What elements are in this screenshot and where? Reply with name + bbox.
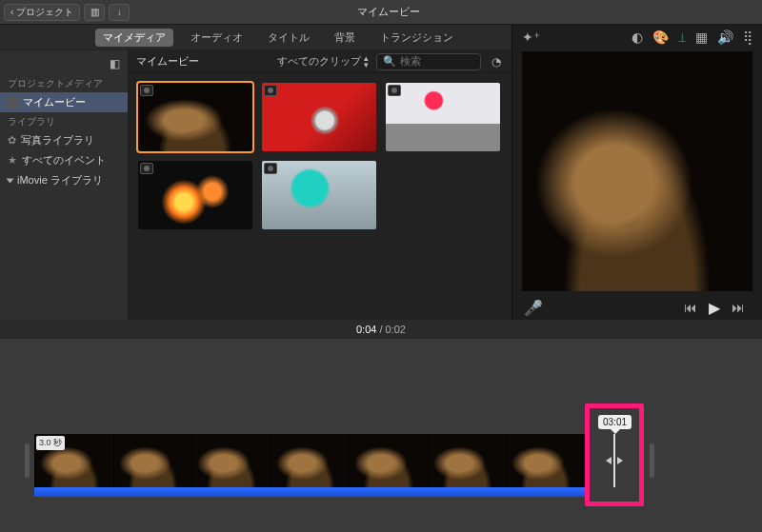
camera-icon bbox=[140, 163, 153, 174]
camera-icon bbox=[264, 85, 277, 96]
timecode-readout: 0:04 / 0:02 bbox=[0, 320, 762, 339]
timeline-left-grip[interactable] bbox=[25, 443, 30, 478]
star-icon: ★ bbox=[8, 154, 17, 167]
sidebar-item-label: iMovie ライブラリ bbox=[17, 173, 103, 187]
trim-tooltip: 03:01 bbox=[598, 415, 632, 429]
sidebar: ◧ プロジェクトメディア マイムービー ライブラリ ✿ 写真ライブラリ ★ すべ… bbox=[0, 50, 129, 320]
clip-trim-handle[interactable] bbox=[613, 434, 615, 487]
timeline[interactable]: 3.0 秒 03:01 bbox=[0, 339, 762, 532]
tab-my-media[interactable]: マイメディア bbox=[95, 29, 173, 47]
sidebar-toggle-icon[interactable]: ◧ bbox=[107, 56, 122, 71]
clip-duration-badge: 3.0 秒 bbox=[36, 436, 65, 450]
prev-button[interactable]: ⏮ bbox=[684, 300, 697, 315]
browser-library-title: マイムービー bbox=[136, 54, 199, 69]
tab-backgrounds[interactable]: 背景 bbox=[327, 29, 363, 47]
timeline-right-grip[interactable] bbox=[650, 443, 654, 478]
media-thumb-fire[interactable] bbox=[138, 161, 252, 229]
search-placeholder: 検索 bbox=[400, 54, 421, 69]
search-icon: 🔍 bbox=[383, 55, 396, 68]
camera-icon bbox=[140, 85, 153, 96]
equalizer-icon[interactable]: ⢿ bbox=[743, 30, 752, 45]
crop-icon[interactable]: ⟂ bbox=[678, 30, 686, 45]
preview-viewer[interactable] bbox=[522, 51, 752, 291]
next-button[interactable]: ⏭ bbox=[732, 300, 745, 315]
sidebar-item-label: マイムービー bbox=[23, 95, 86, 109]
sidebar-item-photos[interactable]: ✿ 写真ライブラリ bbox=[0, 130, 128, 150]
camera-icon bbox=[264, 163, 277, 174]
window-title: マイムービー bbox=[130, 5, 648, 19]
search-input[interactable]: 🔍 検索 bbox=[376, 53, 481, 70]
layout-icon: ▥ bbox=[90, 7, 99, 17]
sidebar-section-project-media: プロジェクトメディア bbox=[0, 74, 128, 92]
clip-filter-dropdown[interactable]: すべてのクリップ ▴▾ bbox=[277, 54, 369, 69]
tab-transitions[interactable]: トランジション bbox=[372, 29, 461, 47]
import-button[interactable]: ↓ bbox=[109, 4, 130, 21]
sidebar-item-imovie-library[interactable]: iMovie ライブラリ bbox=[0, 170, 128, 190]
back-to-projects-button[interactable]: ‹ プロジェクト bbox=[4, 4, 80, 21]
chevron-left-icon: ‹ bbox=[10, 7, 13, 17]
layout-toggle-button[interactable]: ▥ bbox=[84, 4, 105, 21]
enhance-wand-icon[interactable]: ✦⁺ bbox=[522, 30, 540, 45]
color-balance-icon[interactable]: ◐ bbox=[632, 30, 643, 45]
download-icon: ↓ bbox=[117, 7, 122, 17]
tab-audio[interactable]: オーディオ bbox=[183, 29, 251, 47]
back-label: プロジェクト bbox=[16, 6, 73, 19]
sidebar-item-all-events[interactable]: ★ すべてのイベント bbox=[0, 150, 128, 170]
volume-icon[interactable]: 🔊 bbox=[717, 30, 733, 45]
stabilize-icon[interactable]: ▦ bbox=[695, 30, 708, 45]
content-filter-button[interactable]: ◔ bbox=[489, 54, 504, 69]
titlebar: ‹ プロジェクト ▥ ↓ マイムービー bbox=[0, 0, 762, 25]
disclosure-triangle-icon[interactable] bbox=[7, 178, 14, 183]
media-thumb-tealhair[interactable] bbox=[262, 161, 376, 229]
media-thumb-pinkumbrella[interactable] bbox=[386, 83, 500, 151]
camera-icon bbox=[388, 85, 401, 96]
play-button[interactable]: ▶ bbox=[709, 299, 720, 317]
media-grid bbox=[129, 73, 511, 320]
clapper-icon bbox=[8, 97, 18, 108]
color-correct-icon[interactable]: 🎨 bbox=[652, 30, 669, 45]
timecode-current: 0:04 bbox=[356, 324, 376, 335]
media-thumb-redcar[interactable] bbox=[262, 83, 376, 151]
clip-filter-label: すべてのクリップ bbox=[277, 54, 361, 69]
media-tabs: マイメディア オーディオ タイトル 背景 トランジション bbox=[0, 25, 511, 49]
sidebar-item-label: すべてのイベント bbox=[22, 153, 106, 167]
sidebar-section-library: ライブラリ bbox=[0, 112, 128, 130]
timeline-clip[interactable]: 3.0 秒 bbox=[34, 434, 585, 487]
photo-icon: ✿ bbox=[8, 134, 16, 147]
sidebar-item-my-movie[interactable]: マイムービー bbox=[0, 92, 128, 112]
preview-image bbox=[522, 51, 752, 291]
sidebar-item-label: 写真ライブラリ bbox=[21, 133, 94, 148]
updown-icon: ▴▾ bbox=[364, 55, 369, 69]
timecode-total: 0:02 bbox=[386, 324, 406, 335]
timeline-audio-track[interactable] bbox=[34, 487, 585, 497]
tab-titles[interactable]: タイトル bbox=[260, 29, 317, 47]
media-thumb-leopard[interactable] bbox=[138, 83, 252, 151]
voiceover-mic-icon[interactable]: 🎤 bbox=[524, 299, 543, 317]
